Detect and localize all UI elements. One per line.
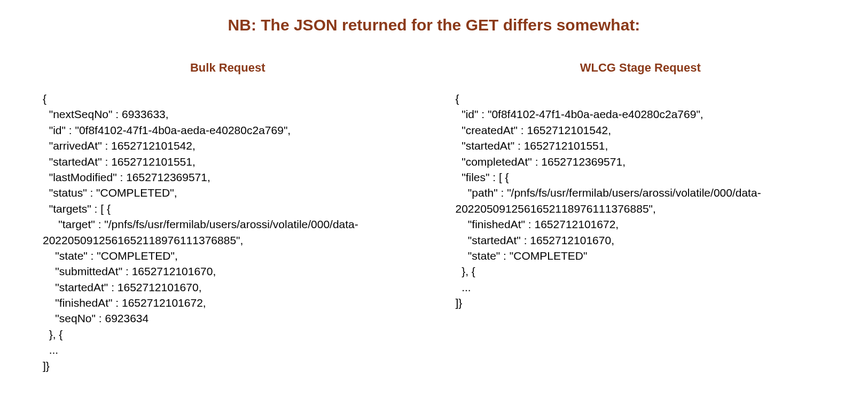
right-code-block: { "id" : "0f8f4102-47f1-4b0a-aeda-e40280… bbox=[456, 91, 826, 310]
page-title: NB: The JSON returned for the GET differ… bbox=[43, 16, 825, 34]
right-column: WLCG Stage Request { "id" : "0f8f4102-47… bbox=[456, 61, 826, 374]
left-code-block: { "nextSeqNo" : 6933633, "id" : "0f8f410… bbox=[43, 91, 413, 374]
columns-container: Bulk Request { "nextSeqNo" : 6933633, "i… bbox=[43, 61, 825, 374]
right-column-heading: WLCG Stage Request bbox=[456, 61, 826, 75]
left-column: Bulk Request { "nextSeqNo" : 6933633, "i… bbox=[43, 61, 413, 374]
left-column-heading: Bulk Request bbox=[43, 61, 413, 75]
